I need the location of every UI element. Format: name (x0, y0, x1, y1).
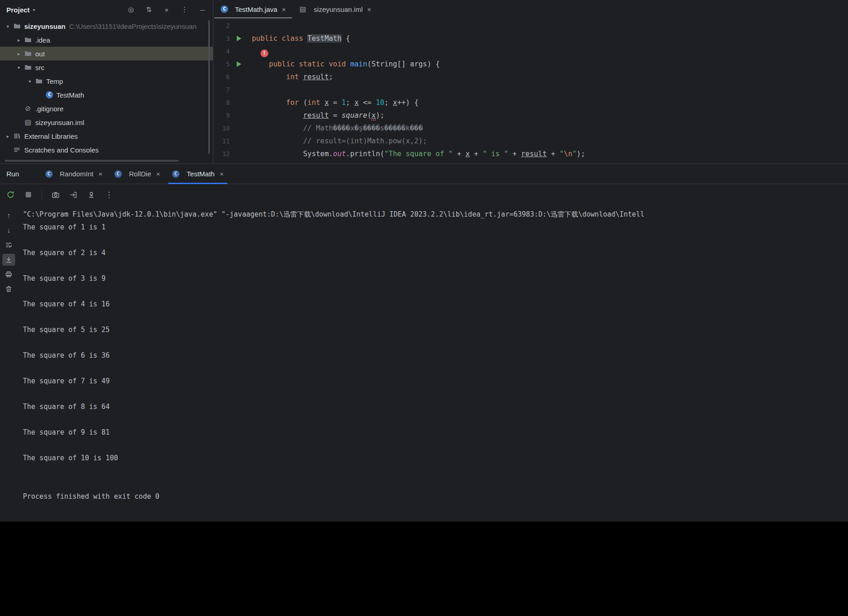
console-line: The square of 3 is 9 (23, 272, 848, 285)
more-options-icon[interactable]: ⋮ (104, 190, 114, 199)
tree-row-out[interactable]: ▸out (0, 47, 213, 60)
code-text: result = square(x); (252, 109, 384, 122)
tree-label: Temp (46, 77, 63, 85)
console-line (23, 439, 848, 452)
close-tab-icon[interactable]: × (282, 5, 286, 13)
tree-row-sizeyunsuan[interactable]: ▾sizeyunsuanC:\Users\31151\IdeaProjects\… (0, 19, 213, 33)
print-icon[interactable] (2, 268, 15, 280)
line-number: 2 (213, 19, 235, 32)
tab-label: RandomInt (60, 170, 93, 178)
run-tab-testmath[interactable]: CTestMath× (166, 164, 230, 184)
tree-label: sizeyunsuan.iml (35, 119, 84, 126)
folder-icon (24, 49, 32, 58)
code-text: // Math����x�ş����s�����k��� (252, 122, 423, 135)
code-text: } (252, 160, 290, 164)
chevron-down-icon[interactable]: ▾ (14, 65, 24, 70)
editor-line: 6 int result; (213, 71, 848, 83)
close-tab-icon[interactable]: × (220, 170, 224, 178)
chevron-right-icon[interactable]: ▸ (3, 134, 13, 139)
console-line (23, 477, 848, 490)
clear-console-icon[interactable] (2, 283, 15, 295)
editor-tab-testmath-java[interactable]: CTestMath.java× (214, 0, 292, 18)
code-text: for (int x = 1; x <= 10; x++) { (252, 96, 419, 109)
line-number: 12 (213, 147, 235, 160)
tree-row-sizeyunsuan-iml[interactable]: ▤sizeyunsuan.iml (0, 115, 213, 129)
tree-row-testmath[interactable]: CTestMath (0, 88, 213, 102)
line-number: 10 (213, 122, 235, 135)
toolbar-separator (42, 190, 42, 199)
project-panel-title[interactable]: Project (6, 6, 30, 14)
chevron-right-icon[interactable]: ▸ (14, 51, 24, 56)
tree-label: External Libraries (24, 132, 78, 140)
hide-panel-icon[interactable]: ─ (198, 6, 207, 14)
tree-label: .gitignore (35, 105, 64, 113)
run-tab-randomint[interactable]: CRandomInt× (39, 164, 109, 184)
tree-row-scratches-and-consoles[interactable]: Scratches and Consoles (0, 143, 213, 157)
console-line (23, 259, 848, 272)
chevron-down-icon[interactable]: ▾ (33, 7, 35, 12)
close-tab-icon[interactable]: × (98, 170, 103, 178)
editor-line: 4 ! (213, 45, 848, 58)
tree-row-idea[interactable]: ▸.idea (0, 33, 213, 47)
tree-row-external-libraries[interactable]: ▸External Libraries (0, 129, 213, 143)
screenshot-icon[interactable] (51, 190, 60, 199)
stamp-icon[interactable] (87, 190, 96, 199)
console-line: The square of 8 is 64 (23, 400, 848, 413)
run-icon[interactable] (237, 36, 241, 41)
line-number: 11 (213, 135, 235, 147)
close-tab-icon[interactable]: × (367, 5, 371, 13)
code-text: System.out.println("The square of " + x … (252, 147, 585, 160)
soft-wrap-icon[interactable] (2, 239, 15, 251)
ide-window: Project ▾ ◎ ⇅ × ⋮ ─ ▾sizeyunsuanC:\Users… (0, 0, 848, 616)
vertical-scrollbar[interactable] (208, 20, 210, 154)
tree-row-src[interactable]: ▾src (0, 60, 213, 74)
console-line: The square of 2 is 4 (23, 246, 848, 259)
run-panel-title[interactable]: Run (6, 170, 19, 178)
tree-label: .idea (35, 36, 50, 44)
console-area: ↑ ↓ (0, 205, 848, 522)
locate-file-icon[interactable]: ◎ (127, 5, 135, 14)
stop-icon[interactable] (24, 190, 33, 199)
scroll-down-icon[interactable]: ↓ (2, 224, 15, 236)
console-line: The square of 4 is 16 (23, 298, 848, 311)
editor-tab-sizeyunsuan-iml[interactable]: ▤sizeyunsuan.iml× (292, 0, 377, 18)
chevron-down-icon[interactable]: ▾ (25, 79, 35, 84)
editor-line: 13 } (213, 160, 848, 164)
scroll-up-icon[interactable]: ↑ (2, 210, 15, 222)
tree-label: out (35, 50, 45, 58)
project-tree: ▾sizeyunsuanC:\Users\31151\IdeaProjects\… (0, 19, 213, 164)
rerun-icon[interactable] (6, 190, 15, 199)
close-tab-icon[interactable]: × (156, 170, 160, 178)
stop-square (26, 192, 31, 197)
scratches-icon (13, 146, 21, 154)
code-editor[interactable]: 23public class TestMath {4 !5 public sta… (213, 18, 848, 164)
run-tabs: CRandomInt×CRollDie×CTestMath× (39, 164, 230, 184)
run-icon[interactable] (237, 61, 241, 67)
line-number: 6 (213, 71, 235, 83)
tree-row-gitignore[interactable]: ⊘.gitignore (0, 102, 213, 115)
project-panel-actions: ◎ ⇅ × ⋮ ─ (127, 5, 207, 14)
console-line: The square of 10 is 100 (23, 452, 848, 464)
console-output[interactable]: "C:\Program Files\Java\jdk-12.0.1\bin\ja… (17, 205, 848, 522)
run-tab-rolldie[interactable]: CRollDie× (109, 164, 166, 184)
tree-row-temp[interactable]: ▾Temp (0, 74, 213, 88)
line-number: 5 (213, 58, 235, 71)
tab-label: TestMath (187, 170, 215, 178)
chevron-right-icon[interactable]: ▸ (14, 38, 24, 43)
gutter (235, 45, 252, 58)
expand-all-icon[interactable]: ⇅ (145, 5, 153, 14)
editor-line: 11 // result=(int)Math.pow(x,2); (213, 135, 848, 147)
collapse-all-icon[interactable]: × (163, 6, 171, 14)
run-gutter (235, 32, 252, 45)
class-icon: C (114, 170, 122, 178)
library-icon (13, 132, 21, 140)
chevron-down-icon[interactable]: ▾ (3, 24, 13, 29)
editor-line: 10 // Math����x�ş����s�����k��� (213, 122, 848, 135)
import-into-editor-icon[interactable] (69, 190, 78, 199)
editor-line: 3public class TestMath { (213, 32, 848, 45)
horizontal-scrollbar[interactable] (5, 160, 179, 162)
scroll-to-end-icon[interactable] (2, 254, 15, 266)
tree-path: C:\Users\31151\IdeaProjects\sizeyunsuan (69, 22, 196, 30)
more-options-icon[interactable]: ⋮ (180, 5, 189, 14)
console-line (23, 234, 848, 246)
